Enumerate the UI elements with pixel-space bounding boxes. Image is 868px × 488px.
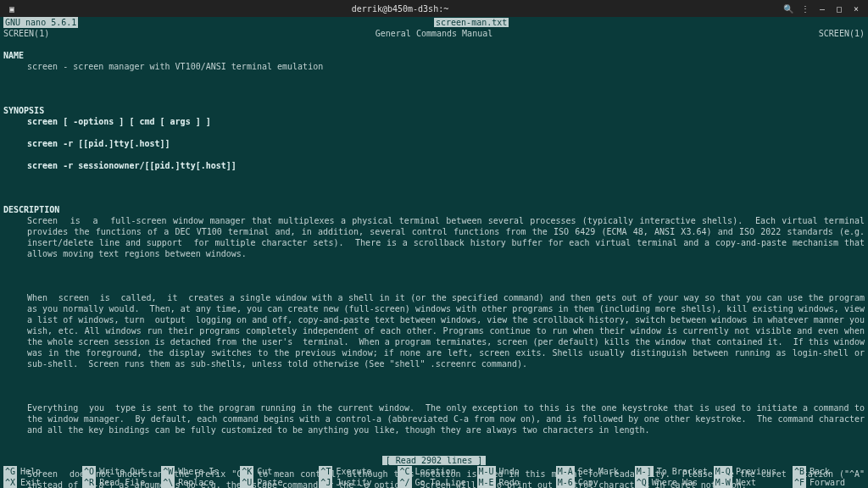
nano-shortcuts: ^GHelp^OWrite Out^WWhere Is^KCut^TExecut… [0,466,868,488]
synopsis-line: screen -r sessionowner/[[pid.]tty[.host]… [27,160,865,171]
status-text: [ Read 2902 lines ] [382,456,486,465]
paragraph: Everything you type is sent to the progr… [27,402,865,435]
shortcut-key: M-E [477,477,496,488]
shortcut-key: ^\ [161,477,175,488]
shortcut-key: M-W [714,477,732,488]
shortcut-key: M-Q [714,466,732,477]
shortcut-label: Where Was [652,477,698,488]
nano-status: [ Read 2902 lines ] [0,455,868,466]
nano-version: GNU nano 5.6.1 [3,17,78,28]
shortcut: M-]To Bracket [632,466,710,477]
shortcut-key: M-U [477,466,496,477]
shortcut-key: ^U [240,477,253,488]
shortcut-key: ^/ [398,477,411,488]
shortcut: ^XExit [0,477,79,488]
shortcut-key: ^K [240,466,253,477]
shortcut-label: Forward [810,477,845,488]
paragraph: When screen is called, it creates a sing… [27,292,865,369]
name-line: screen - screen manager with VT100/ANSI … [27,61,865,72]
nano-filename: screen-man.txt [434,18,509,27]
shortcut-key: ^R [82,477,96,488]
shortcut: M-ERedo [474,477,553,488]
shortcut-label: Help [20,466,41,477]
shortcut: M-QPrevious [710,466,789,477]
shortcut: M-WNext [710,477,789,488]
man-header: SCREEN(1) General Commands Manual SCREEN… [0,28,868,39]
shortcut-key: M-] [635,466,654,477]
shortcut: ^\Replace [158,477,236,488]
window-titlebar: ▣ derrik@b450m-d3sh:~ 🔍 ⋮ — □ × [0,0,868,17]
shortcut: ^UPaste [236,477,315,488]
man-section-right: SCREEN(1) [819,28,865,39]
shortcut-key: ^O [82,466,96,477]
search-icon[interactable]: 🔍 [782,2,795,15]
shortcut-key: ^X [3,477,17,488]
section-description: DESCRIPTION [3,205,59,214]
shortcut: ^JJustify [315,477,394,488]
shortcut: ^FForward [789,477,868,488]
shortcut-label: Location [415,466,456,477]
shortcut: ^RRead File [79,477,158,488]
shortcut-key: M-A [556,466,575,477]
synopsis-line: screen [ -options ] [ cmd [ args ] ] [27,116,865,127]
shortcut-key: ^J [319,477,332,488]
shortcut: ^QWhere Was [632,477,710,488]
man-title: General Commands Manual [49,28,819,39]
shortcut: ^CLocation [394,466,473,477]
shortcut-label: Exit [20,477,41,488]
shortcut: ^/Go To Line [394,477,473,488]
shortcut-key: ^T [319,466,332,477]
shortcut: M-ASet Mark [553,466,632,477]
window-title: derrik@b450m-d3sh:~ [19,3,782,14]
shortcut: ^GHelp [0,466,79,477]
shortcut-label: Paste [257,477,282,488]
minimize-button[interactable]: — [815,2,829,15]
shortcut-label: To Bracket [657,466,708,477]
shortcut-key: ^B [793,466,806,477]
synopsis-line: screen -r [[pid.]tty[.host]] [27,138,865,149]
shortcut: ^KCut [236,466,315,477]
shortcut-label: Cut [257,466,272,477]
shortcut-key: ^W [161,466,175,477]
maximize-button[interactable]: □ [832,2,846,15]
nano-header: GNU nano 5.6.1 screen-man.txt [0,17,868,28]
shortcut-label: Next [736,477,756,488]
shortcut-label: Execute [336,466,371,477]
shortcut-label: Go To Line [415,477,466,488]
section-synopsis: SYNOPSIS [3,106,44,115]
shortcut-label: Undo [499,466,520,477]
man-content[interactable]: NAME screen - screen manager with VT100/… [0,39,868,488]
shortcut-label: Redo [499,477,520,488]
shortcut-label: Previous [736,466,776,477]
shortcut-key: ^Q [635,477,648,488]
man-section-left: SCREEN(1) [3,28,49,39]
shortcut-key: ^G [3,466,17,477]
shortcut-key: ^C [398,466,411,477]
shortcut-label: Justify [336,477,371,488]
menu-icon[interactable]: ⋮ [798,2,812,15]
shortcut: ^BBack [789,466,868,477]
shortcut-key: ^F [793,477,806,488]
shortcut-key: M-6 [556,477,575,488]
shortcut-label: Back [810,466,830,477]
shortcut: M-6Copy [553,477,632,488]
shortcut-label: Replace [178,477,214,488]
close-button[interactable]: × [849,2,863,15]
activities-icon[interactable]: ▣ [5,2,19,15]
shortcut-label: Read File [99,477,145,488]
shortcut: ^WWhere Is [158,466,236,477]
shortcut-label: Write Out [99,466,145,477]
paragraph: Screen is a full-screen window manager t… [27,215,865,259]
shortcut: M-UUndo [474,466,553,477]
shortcut: ^OWrite Out [79,466,158,477]
shortcut-label: Where Is [178,466,219,477]
shortcut: ^TExecute [315,466,394,477]
section-name: NAME [3,51,24,60]
shortcut-label: Set Mark [578,466,619,477]
shortcut-label: Copy [578,477,598,488]
